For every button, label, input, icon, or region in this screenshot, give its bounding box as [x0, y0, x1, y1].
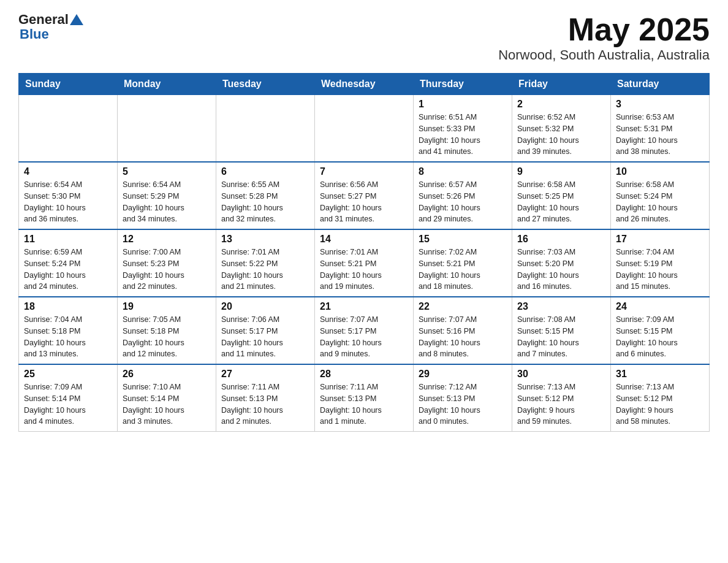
day-number: 17 [616, 234, 704, 245]
day-info: Sunrise: 7:02 AM Sunset: 5:21 PM Dayligh… [419, 247, 507, 293]
day-info: Sunrise: 7:05 AM Sunset: 5:18 PM Dayligh… [123, 314, 211, 360]
calendar-cell: 26Sunrise: 7:10 AM Sunset: 5:14 PM Dayli… [118, 364, 216, 432]
day-info: Sunrise: 7:10 AM Sunset: 5:14 PM Dayligh… [123, 381, 211, 427]
day-info: Sunrise: 7:06 AM Sunset: 5:17 PM Dayligh… [221, 314, 309, 360]
calendar-header-row: SundayMondayTuesdayWednesdayThursdayFrid… [19, 74, 710, 95]
calendar-week-row: 1Sunrise: 6:51 AM Sunset: 5:33 PM Daylig… [19, 95, 710, 163]
day-info: Sunrise: 7:01 AM Sunset: 5:21 PM Dayligh… [320, 247, 408, 293]
day-number: 7 [320, 166, 408, 177]
day-number: 4 [24, 166, 112, 177]
calendar-cell: 2Sunrise: 6:52 AM Sunset: 5:32 PM Daylig… [512, 95, 611, 163]
day-info: Sunrise: 6:55 AM Sunset: 5:28 PM Dayligh… [221, 179, 309, 225]
day-info: Sunrise: 6:54 AM Sunset: 5:29 PM Dayligh… [123, 179, 211, 225]
day-number: 27 [221, 369, 309, 380]
day-info: Sunrise: 7:07 AM Sunset: 5:17 PM Dayligh… [320, 314, 408, 360]
day-info: Sunrise: 7:03 AM Sunset: 5:20 PM Dayligh… [517, 247, 605, 293]
day-number: 29 [419, 369, 507, 380]
day-number: 19 [123, 301, 211, 312]
title-block: May 2025 Norwood, South Australia, Austr… [498, 12, 710, 63]
logo-blue-text: Blue [20, 27, 83, 42]
day-info: Sunrise: 6:54 AM Sunset: 5:30 PM Dayligh… [24, 179, 112, 225]
day-number: 12 [123, 234, 211, 245]
day-info: Sunrise: 7:00 AM Sunset: 5:23 PM Dayligh… [123, 247, 211, 293]
day-number: 14 [320, 234, 408, 245]
day-info: Sunrise: 7:13 AM Sunset: 5:12 PM Dayligh… [616, 381, 704, 427]
calendar-cell: 20Sunrise: 7:06 AM Sunset: 5:17 PM Dayli… [216, 297, 315, 364]
svg-marker-0 [70, 14, 83, 25]
day-number: 18 [24, 301, 112, 312]
calendar-cell: 11Sunrise: 6:59 AM Sunset: 5:24 PM Dayli… [19, 229, 118, 297]
day-number: 8 [419, 166, 507, 177]
day-number: 21 [320, 301, 408, 312]
header-thursday: Thursday [414, 74, 512, 95]
day-info: Sunrise: 7:04 AM Sunset: 5:18 PM Dayligh… [24, 314, 112, 360]
calendar-cell: 12Sunrise: 7:00 AM Sunset: 5:23 PM Dayli… [118, 229, 216, 297]
day-number: 13 [221, 234, 309, 245]
day-info: Sunrise: 7:11 AM Sunset: 5:13 PM Dayligh… [320, 381, 408, 427]
calendar-cell: 30Sunrise: 7:13 AM Sunset: 5:12 PM Dayli… [512, 364, 611, 432]
calendar-cell: 23Sunrise: 7:08 AM Sunset: 5:15 PM Dayli… [512, 297, 611, 364]
header-tuesday: Tuesday [216, 74, 315, 95]
header-wednesday: Wednesday [315, 74, 414, 95]
header-monday: Monday [118, 74, 216, 95]
calendar-cell: 21Sunrise: 7:07 AM Sunset: 5:17 PM Dayli… [315, 297, 414, 364]
calendar-cell: 31Sunrise: 7:13 AM Sunset: 5:12 PM Dayli… [611, 364, 710, 432]
day-info: Sunrise: 6:59 AM Sunset: 5:24 PM Dayligh… [24, 247, 112, 293]
day-info: Sunrise: 6:58 AM Sunset: 5:24 PM Dayligh… [616, 179, 704, 225]
calendar-week-row: 11Sunrise: 6:59 AM Sunset: 5:24 PM Dayli… [19, 229, 710, 297]
day-info: Sunrise: 7:13 AM Sunset: 5:12 PM Dayligh… [517, 381, 605, 427]
calendar-cell: 24Sunrise: 7:09 AM Sunset: 5:15 PM Dayli… [611, 297, 710, 364]
day-number: 5 [123, 166, 211, 177]
calendar-table: SundayMondayTuesdayWednesdayThursdayFrid… [18, 73, 710, 432]
calendar-cell: 14Sunrise: 7:01 AM Sunset: 5:21 PM Dayli… [315, 229, 414, 297]
day-number: 31 [616, 369, 704, 380]
day-info: Sunrise: 7:04 AM Sunset: 5:19 PM Dayligh… [616, 247, 704, 293]
page-subtitle: Norwood, South Australia, Australia [498, 47, 710, 63]
calendar-cell: 4Sunrise: 6:54 AM Sunset: 5:30 PM Daylig… [19, 162, 118, 229]
day-number: 11 [24, 234, 112, 245]
calendar-cell: 25Sunrise: 7:09 AM Sunset: 5:14 PM Dayli… [19, 364, 118, 432]
day-number: 1 [419, 99, 507, 110]
day-info: Sunrise: 7:07 AM Sunset: 5:16 PM Dayligh… [419, 314, 507, 360]
day-number: 10 [616, 166, 704, 177]
calendar-cell: 27Sunrise: 7:11 AM Sunset: 5:13 PM Dayli… [216, 364, 315, 432]
calendar-cell: 28Sunrise: 7:11 AM Sunset: 5:13 PM Dayli… [315, 364, 414, 432]
day-info: Sunrise: 6:51 AM Sunset: 5:33 PM Dayligh… [419, 112, 507, 158]
day-number: 22 [419, 301, 507, 312]
day-number: 16 [517, 234, 605, 245]
day-number: 20 [221, 301, 309, 312]
calendar-cell: 29Sunrise: 7:12 AM Sunset: 5:13 PM Dayli… [414, 364, 512, 432]
calendar-cell: 19Sunrise: 7:05 AM Sunset: 5:18 PM Dayli… [118, 297, 216, 364]
calendar-cell: 9Sunrise: 6:58 AM Sunset: 5:25 PM Daylig… [512, 162, 611, 229]
calendar-week-row: 4Sunrise: 6:54 AM Sunset: 5:30 PM Daylig… [19, 162, 710, 229]
logo-triangle-icon [70, 13, 83, 26]
calendar-cell: 15Sunrise: 7:02 AM Sunset: 5:21 PM Dayli… [414, 229, 512, 297]
day-number: 28 [320, 369, 408, 380]
page-title: May 2025 [498, 12, 710, 47]
calendar-cell: 1Sunrise: 6:51 AM Sunset: 5:33 PM Daylig… [414, 95, 512, 163]
day-number: 6 [221, 166, 309, 177]
header-saturday: Saturday [611, 74, 710, 95]
calendar-cell: 3Sunrise: 6:53 AM Sunset: 5:31 PM Daylig… [611, 95, 710, 163]
calendar-cell: 5Sunrise: 6:54 AM Sunset: 5:29 PM Daylig… [118, 162, 216, 229]
day-info: Sunrise: 7:12 AM Sunset: 5:13 PM Dayligh… [419, 381, 507, 427]
day-number: 26 [123, 369, 211, 380]
logo: General Blue [18, 12, 83, 42]
day-info: Sunrise: 7:01 AM Sunset: 5:22 PM Dayligh… [221, 247, 309, 293]
day-number: 15 [419, 234, 507, 245]
calendar-cell: 18Sunrise: 7:04 AM Sunset: 5:18 PM Dayli… [19, 297, 118, 364]
calendar-cell: 6Sunrise: 6:55 AM Sunset: 5:28 PM Daylig… [216, 162, 315, 229]
logo-general-text: General [18, 12, 69, 27]
day-number: 9 [517, 166, 605, 177]
calendar-week-row: 18Sunrise: 7:04 AM Sunset: 5:18 PM Dayli… [19, 297, 710, 364]
calendar-cell: 17Sunrise: 7:04 AM Sunset: 5:19 PM Dayli… [611, 229, 710, 297]
calendar-cell: 22Sunrise: 7:07 AM Sunset: 5:16 PM Dayli… [414, 297, 512, 364]
day-info: Sunrise: 7:08 AM Sunset: 5:15 PM Dayligh… [517, 314, 605, 360]
day-info: Sunrise: 6:58 AM Sunset: 5:25 PM Dayligh… [517, 179, 605, 225]
header-friday: Friday [512, 74, 611, 95]
day-number: 30 [517, 369, 605, 380]
day-number: 3 [616, 99, 704, 110]
calendar-cell: 13Sunrise: 7:01 AM Sunset: 5:22 PM Dayli… [216, 229, 315, 297]
calendar-cell [118, 95, 216, 163]
day-info: Sunrise: 6:53 AM Sunset: 5:31 PM Dayligh… [616, 112, 704, 158]
